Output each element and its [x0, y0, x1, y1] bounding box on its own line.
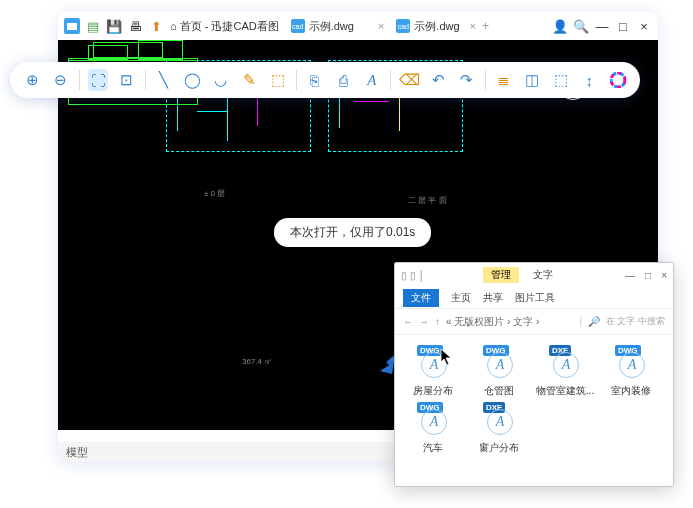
menu-home[interactable]: 主页 — [451, 291, 471, 305]
file-item[interactable]: DXFA物管室建筑... — [533, 345, 597, 398]
open-icon[interactable]: ▤ — [85, 18, 101, 34]
quick-access-toolbar: ▤ 💾 🖶 ⬆ — [64, 18, 164, 34]
nav-back-icon[interactable]: ← — [403, 316, 413, 327]
menu-picture-tools[interactable]: 图片工具 — [515, 291, 555, 305]
zoom-extents-icon[interactable]: ⊕ — [22, 69, 42, 91]
close-icon[interactable]: × — [661, 270, 667, 281]
maximize-icon[interactable]: □ — [615, 18, 631, 34]
zoom-window-icon[interactable]: ⛶ — [88, 69, 108, 91]
model-space-tab[interactable]: 模型 — [66, 445, 88, 460]
line-tool-icon[interactable]: ╲ — [154, 69, 174, 91]
file-icon: DWGA — [613, 345, 649, 381]
close-icon[interactable]: × — [470, 20, 476, 32]
file-item[interactable]: DXFA窗户分布 — [467, 402, 531, 455]
color-wheel-icon[interactable] — [607, 69, 627, 91]
erase-tool-icon[interactable]: ⌫ — [399, 69, 420, 91]
undo-icon[interactable]: ↶ — [428, 69, 448, 91]
toast-text: 本次打开，仅用了0.01s — [290, 225, 415, 239]
user-icon[interactable]: 👤 — [552, 18, 568, 34]
file-label: 物管室建筑... — [536, 384, 594, 398]
file-explorer-window: ▯ ▯ │ 管理 文字 — □ × 文件 主页 共享 图片工具 ← → ↑ « … — [394, 262, 674, 487]
file-glyph: A — [421, 352, 447, 378]
file-glyph: A — [619, 352, 645, 378]
menu-share[interactable]: 共享 — [483, 291, 503, 305]
tab-label: 示例.dwg — [309, 19, 354, 34]
file-icon: DXFA — [481, 402, 517, 438]
file-label: 汽车 — [423, 441, 443, 455]
file-grid: DWGA房屋分布DWGA仓管图DXFA物管室建筑...DWGA室内装修DWGA汽… — [395, 335, 673, 465]
new-tab-button[interactable]: + — [482, 19, 489, 33]
tab-label: 示例.dwg — [414, 19, 459, 34]
file-glyph: A — [553, 352, 579, 378]
paste-icon[interactable]: ⎙ — [333, 69, 353, 91]
file-icon: DWGA — [415, 402, 451, 438]
dwg-icon: cad — [396, 19, 410, 33]
close-window-icon[interactable]: × — [636, 18, 652, 34]
explorer-navbar: ← → ↑ « 无版权图片 › 文字 › | 🔎 在 文字 中搜索 — [395, 309, 673, 335]
file-item[interactable]: DWGA房屋分布 — [401, 345, 465, 398]
home-icon: ⌂ — [170, 20, 177, 32]
zoom-out-icon[interactable]: ⊖ — [50, 69, 70, 91]
file-item[interactable]: DWGA室内装修 — [599, 345, 663, 398]
file-item[interactable]: DWGA汽车 — [401, 402, 465, 455]
ribbon-tab-manage[interactable]: 管理 — [483, 267, 519, 283]
dwg-icon: cad — [291, 19, 305, 33]
app-icon — [64, 18, 80, 34]
arc-tool-icon[interactable]: ◡ — [210, 69, 230, 91]
toast-message: 本次打开，仅用了0.01s — [274, 218, 431, 247]
file-glyph: A — [421, 409, 447, 435]
export-icon[interactable]: ⬆ — [148, 18, 164, 34]
file-label: 房屋分布 — [413, 384, 453, 398]
explorer-menubar: 文件 主页 共享 图片工具 — [395, 287, 673, 309]
search-input[interactable]: 在 文字 中搜索 — [606, 315, 665, 328]
minimize-icon[interactable]: — — [594, 18, 610, 34]
nav-up-icon[interactable]: ↑ — [435, 316, 440, 327]
copy-icon[interactable]: ⎘ — [305, 69, 325, 91]
plan-label-right: 二 层 平 面 — [408, 195, 447, 206]
dimension-text: 367.4 ㎡ — [242, 356, 272, 367]
explorer-title: 文字 — [533, 268, 553, 282]
file-label: 窗户分布 — [479, 441, 519, 455]
file-label: 仓管图 — [484, 384, 514, 398]
highlight-tool-icon[interactable]: ⬚ — [267, 69, 287, 91]
file-icon: DXFA — [547, 345, 583, 381]
plan-label-left: ± 0 层 — [204, 188, 225, 199]
home-tab[interactable]: ⌂ 首页 - 迅捷CAD看图 — [170, 19, 279, 34]
svg-rect-1 — [67, 23, 77, 30]
file-label: 室内装修 — [611, 384, 651, 398]
measure-icon[interactable]: ↕ — [579, 69, 599, 91]
window-controls: 👤 🔍 — □ × — [552, 18, 652, 34]
titlebar: ▤ 💾 🖶 ⬆ ⌂ 首页 - 迅捷CAD看图 cad 示例.dwg × cad … — [58, 12, 658, 40]
menu-file[interactable]: 文件 — [403, 289, 439, 307]
search-icon: 🔎 — [588, 316, 600, 327]
breadcrumb-path[interactable]: « 无版权图片 › 文字 › — [446, 315, 573, 329]
file-icon: DWGA — [481, 345, 517, 381]
3d-wireframe-icon[interactable]: ⬚ — [551, 69, 571, 91]
redo-icon[interactable]: ↷ — [456, 69, 476, 91]
folder-icon: ▯ ▯ │ — [401, 270, 425, 281]
file-tab-2[interactable]: cad 示例.dwg × — [396, 19, 476, 34]
explorer-titlebar: ▯ ▯ │ 管理 文字 — □ × — [395, 263, 673, 287]
print-icon[interactable]: 🖶 — [127, 18, 143, 34]
home-tab-label: 首页 - 迅捷CAD看图 — [180, 19, 279, 34]
text-tool-icon[interactable]: A — [362, 69, 382, 91]
layers-icon[interactable]: ≣ — [494, 69, 514, 91]
file-tab-1[interactable]: cad 示例.dwg × — [291, 19, 385, 34]
file-glyph: A — [487, 352, 513, 378]
maximize-icon[interactable]: □ — [645, 270, 651, 281]
polyline-tool-icon[interactable]: ✎ — [239, 69, 259, 91]
circle-tool-icon[interactable]: ◯ — [182, 69, 202, 91]
close-icon[interactable]: × — [378, 20, 384, 32]
3d-view-icon[interactable]: ◫ — [522, 69, 542, 91]
minimize-icon[interactable]: — — [625, 270, 635, 281]
save-icon[interactable]: 💾 — [106, 18, 122, 34]
file-icon: DWGA — [415, 345, 451, 381]
file-item[interactable]: DWGA仓管图 — [467, 345, 531, 398]
floating-toolbar: ⊕ ⊖ ⛶ ⊡ ╲ ◯ ◡ ✎ ⬚ ⎘ ⎙ A ⌫ ↶ ↷ ≣ ◫ ⬚ ↕ — [10, 62, 640, 98]
search-icon[interactable]: 🔍 — [573, 18, 589, 34]
nav-forward-icon[interactable]: → — [419, 316, 429, 327]
pan-icon[interactable]: ⊡ — [116, 69, 136, 91]
file-glyph: A — [487, 409, 513, 435]
